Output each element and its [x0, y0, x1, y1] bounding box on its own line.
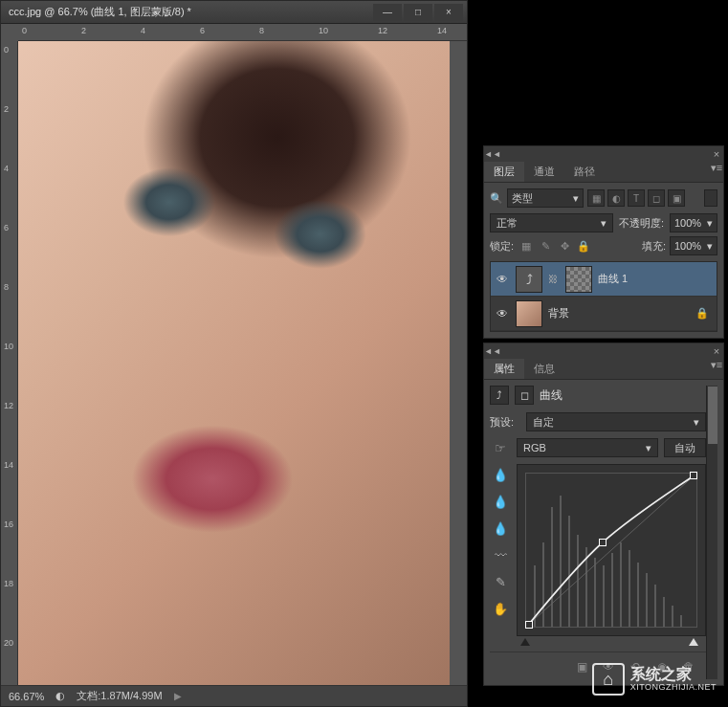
lock-all-icon[interactable]: 🔒: [575, 237, 592, 254]
panel-collapse-icon[interactable]: ◄◄: [484, 346, 497, 356]
tab-info[interactable]: 信息: [524, 359, 564, 379]
layer-filter-row: 🔍 类型▾ ▦ ◐ T ◻ ▣: [490, 188, 717, 208]
blend-mode-dropdown[interactable]: 正常▾: [490, 213, 613, 232]
visibility-toggle-icon[interactable]: 👁: [495, 307, 510, 320]
fill-input[interactable]: 100%▾: [670, 236, 717, 255]
mask-link-icon[interactable]: ⛓: [548, 274, 560, 284]
lock-transparency-icon[interactable]: ▦: [518, 237, 535, 254]
auto-button[interactable]: 自动: [664, 438, 706, 457]
minimize-button[interactable]: —: [373, 4, 402, 21]
filter-adjust-icon[interactable]: ◐: [607, 189, 625, 207]
filter-toggle[interactable]: [704, 189, 717, 207]
tab-paths[interactable]: 路径: [564, 162, 605, 182]
layer-name[interactable]: 曲线 1: [598, 272, 628, 286]
lock-label: 锁定:: [490, 239, 514, 254]
mask-thumb[interactable]: [565, 266, 592, 293]
clip-to-layer-icon[interactable]: ▣: [572, 658, 591, 675]
opacity-input[interactable]: 100%▾: [670, 213, 717, 232]
eyedropper-white-icon[interactable]: 💧: [490, 518, 511, 539]
curves-graph[interactable]: [517, 464, 706, 636]
black-point-slider[interactable]: [520, 638, 530, 646]
adjustment-name: 曲线: [540, 387, 563, 404]
filesize-readout: 文档:1.87M/4.99M: [77, 689, 162, 703]
panel-close-icon[interactable]: ×: [710, 345, 723, 357]
zoom-readout[interactable]: 66.67%: [9, 691, 44, 702]
panel-scrollbar[interactable]: [706, 386, 717, 679]
curves-tools: 💧 💧 💧 〰 ✎ ✋: [490, 464, 513, 636]
scrollbar-thumb[interactable]: [708, 387, 717, 444]
search-icon: 🔍: [490, 192, 503, 205]
white-point-slider[interactable]: [689, 638, 698, 646]
layer-item-curves[interactable]: 👁 ⤴ ⛓ 曲线 1: [491, 262, 717, 297]
target-adjust-icon[interactable]: ☞: [490, 437, 511, 458]
layer-item-background[interactable]: 👁 背景 🔒: [491, 297, 717, 331]
preset-dropdown[interactable]: 自定▾: [526, 412, 706, 431]
visibility-toggle-icon[interactable]: 👁: [495, 273, 510, 286]
watermark-cn: 系统之家: [630, 666, 717, 683]
preset-label: 预设:: [490, 415, 520, 430]
curve-point[interactable]: [599, 539, 607, 546]
curve-point-tool-icon[interactable]: 〰: [490, 544, 511, 565]
layer-name[interactable]: 背景: [548, 306, 569, 320]
filter-smart-icon[interactable]: ▣: [668, 189, 685, 207]
layers-panel: ◄◄ × 图层 通道 路径 ▾≡ 🔍 类型▾ ▦ ◐ T ◻ ▣: [483, 145, 724, 339]
properties-panel: ◄◄ × 属性 信息 ▾≡ ⤴ ◻ 曲线 预设: 自定▾: [483, 342, 724, 686]
maximize-button[interactable]: □: [404, 4, 432, 21]
status-flyout-icon[interactable]: ▶: [174, 691, 182, 701]
svg-line-0: [525, 473, 697, 628]
properties-panel-tabs: 属性 信息 ▾≡: [484, 359, 723, 380]
document-statusbar: 66.67% ◐ 文档:1.87M/4.99M ▶: [1, 685, 467, 706]
tab-properties[interactable]: 属性: [484, 359, 524, 379]
curve-hand-icon[interactable]: ✋: [490, 598, 511, 619]
watermark: ⌂ 系统之家 XITONGZHIJIA.NET: [592, 663, 717, 696]
tab-channels[interactable]: 通道: [524, 162, 564, 182]
opacity-label: 不透明度:: [619, 216, 664, 231]
fill-label: 填充:: [642, 239, 666, 254]
lock-indicator-icon: 🔒: [695, 307, 713, 320]
filter-kind-dropdown[interactable]: 类型▾: [507, 188, 584, 208]
curves-adj-icon: ⤴: [490, 386, 509, 405]
panel-close-icon[interactable]: ×: [710, 148, 723, 160]
document-title: ccc.jpg @ 66.7% (曲线 1, 图层蒙版/8) *: [5, 5, 191, 19]
status-info-icon[interactable]: ◐: [55, 690, 65, 702]
layer-list: 👁 ⤴ ⛓ 曲线 1 👁 背景 🔒: [490, 261, 717, 332]
ruler-vertical[interactable]: 0 2 4 6 8 10 12 14 16 18 20: [1, 41, 18, 685]
document-titlebar[interactable]: ccc.jpg @ 66.7% (曲线 1, 图层蒙版/8) * — □ ×: [1, 1, 467, 24]
panel-collapse-icon[interactable]: ◄◄: [484, 149, 497, 159]
mask-icon[interactable]: ◻: [515, 386, 534, 405]
ruler-horizontal[interactable]: 0 2 4 6 8 10 12 14: [18, 24, 467, 41]
filter-pixel-icon[interactable]: ▦: [587, 189, 605, 207]
filter-shape-icon[interactable]: ◻: [648, 189, 665, 207]
watermark-en: XITONGZHIJIA.NET: [630, 683, 717, 693]
curve-pencil-tool-icon[interactable]: ✎: [490, 571, 511, 592]
adjustment-thumb[interactable]: ⤴: [516, 266, 542, 293]
curve-point[interactable]: [525, 621, 533, 629]
watermark-logo-icon: ⌂: [592, 663, 625, 696]
document-image[interactable]: [18, 41, 450, 685]
lock-position-icon[interactable]: ✥: [556, 237, 573, 254]
document-window: ccc.jpg @ 66.7% (曲线 1, 图层蒙版/8) * — □ × 0…: [0, 0, 468, 707]
eyedropper-black-icon[interactable]: 💧: [490, 464, 511, 485]
layers-panel-tabs: 图层 通道 路径 ▾≡: [484, 162, 723, 183]
filter-type-icon[interactable]: T: [628, 189, 645, 207]
canvas[interactable]: [18, 41, 450, 685]
eyedropper-gray-icon[interactable]: 💧: [490, 491, 511, 512]
panel-dock: ◄◄ × 图层 通道 路径 ▾≡ 🔍 类型▾ ▦ ◐ T ◻ ▣: [483, 145, 724, 690]
panel-menu-icon[interactable]: ▾≡: [710, 162, 723, 182]
tab-layers[interactable]: 图层: [484, 162, 524, 182]
window-controls: — □ ×: [373, 4, 463, 21]
close-button[interactable]: ×: [434, 4, 463, 21]
curve-point[interactable]: [690, 472, 697, 479]
lock-pixels-icon[interactable]: ✎: [537, 237, 554, 254]
channel-dropdown[interactable]: RGB▾: [517, 438, 658, 457]
panel-menu-icon[interactable]: ▾≡: [710, 359, 723, 379]
layer-thumb[interactable]: [516, 300, 542, 327]
